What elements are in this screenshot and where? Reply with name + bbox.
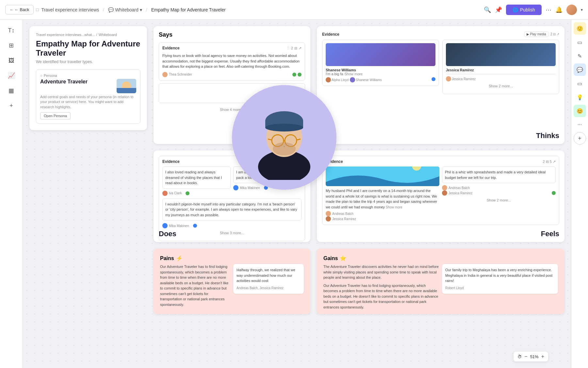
feels-col-2: Phil is a whiz with spreadsheets and mad… bbox=[442, 166, 556, 221]
pin-button[interactable]: 📌 bbox=[495, 6, 502, 13]
persona-illustration bbox=[238, 92, 330, 183]
canvas-content: Travel experience interviews...what... /… bbox=[23, 20, 571, 368]
svg-point-15 bbox=[284, 146, 285, 147]
tool-text[interactable]: T↕ bbox=[5, 24, 18, 37]
persona-name: Adventure Traveler bbox=[40, 79, 88, 85]
play-icon: ▶ bbox=[527, 32, 529, 36]
pains-emoji: ⚡ bbox=[176, 255, 183, 261]
dot-feels-green bbox=[552, 191, 556, 195]
feels-avatar-2a bbox=[442, 185, 447, 190]
feels-two-col: My husband Phil and I are currently on a… bbox=[326, 166, 556, 221]
feels-show-more-2[interactable]: Show 2 more... bbox=[442, 196, 556, 205]
left-info-panel: Travel experience interviews...what... /… bbox=[29, 26, 147, 130]
thinks-avatar-3 bbox=[446, 76, 451, 81]
user-avatar[interactable] bbox=[566, 5, 577, 15]
account-dropdown[interactable]: ▾ bbox=[581, 8, 583, 12]
tool-add[interactable]: + bbox=[5, 99, 18, 113]
persona-icon: ○ bbox=[40, 74, 42, 78]
breadcrumb-board: Whiteboard bbox=[99, 33, 117, 37]
says-evidence-title: Evidence bbox=[162, 46, 180, 50]
thinks-avatar-1 bbox=[326, 77, 331, 82]
thinks-text-1: I'm a big fa bbox=[326, 72, 343, 76]
notifications-button[interactable]: 🔔 bbox=[555, 6, 563, 13]
count-badge: 2 bbox=[291, 46, 293, 50]
back-button[interactable]: ← ← Back bbox=[5, 5, 34, 14]
feels-user-2b: Jessica Ramirez bbox=[449, 191, 472, 195]
thinks-user-3b: Jessica Ramirez bbox=[452, 77, 476, 81]
more-options-button[interactable]: ⋯ bbox=[546, 6, 551, 13]
globe-icon: 🌐 bbox=[513, 7, 518, 12]
dot-blue-thinks bbox=[432, 77, 435, 81]
thinks-section: Evidence ▶ Play media 2 ⊟ ↗ bbox=[317, 26, 564, 144]
tool-table[interactable]: ⊞ bbox=[5, 39, 18, 52]
right-tool-add[interactable]: + bbox=[574, 132, 586, 145]
chevron-down-icon: ▾ bbox=[140, 7, 142, 12]
does-user1-name: Iva Clark bbox=[169, 191, 182, 195]
right-tool-comment[interactable]: 💬 bbox=[574, 63, 586, 76]
play-media-button[interactable]: ▶ Play media bbox=[524, 31, 548, 37]
thinks-card-1: ▶ Shanese Williams I'm a big fa Show mor… bbox=[322, 40, 439, 86]
persona-label: ○ Persona bbox=[40, 74, 136, 78]
right-tool-edit[interactable]: ✎ bbox=[574, 50, 586, 62]
thinks-show-more-1[interactable]: Show more bbox=[344, 72, 363, 76]
feels-users-4: Jessica Ramirez bbox=[442, 190, 556, 196]
svg-point-12 bbox=[273, 142, 296, 155]
thinks-col-1: ▶ Shanese Williams I'm a big fa Show mor… bbox=[322, 40, 439, 97]
feels-users-2: Jessica Ramirez bbox=[326, 216, 439, 221]
right-tool-more[interactable]: ··· bbox=[574, 118, 586, 131]
does-show-more[interactable]: Show 3 more... bbox=[162, 228, 302, 237]
pains-quote-card: Halfway through, we realized that we way… bbox=[233, 264, 304, 294]
breadcrumb-project: Travel experience interviews...what... bbox=[36, 33, 95, 37]
search-button[interactable]: 🔍 bbox=[484, 6, 491, 13]
right-tools-sidebar: 🙂 ▭ ✎ 💬 ▭ 💡 😊 ··· + bbox=[571, 20, 588, 368]
gains-content: The Adventure Traveler discovers activit… bbox=[323, 264, 558, 312]
right-tool-person[interactable]: 😊 bbox=[574, 105, 586, 117]
canvas-area[interactable]: Travel experience interviews...what... /… bbox=[23, 20, 571, 368]
page-title: Empathy Map for Adventure Traveler bbox=[36, 39, 140, 58]
persona-circle bbox=[232, 85, 336, 190]
thinks-card-2: ▶ Jessica Ramirez Jessica Ramirez Show 2… bbox=[442, 40, 559, 94]
does-quadrant-label: Does bbox=[159, 230, 176, 238]
open-persona-button[interactable]: Open Persona bbox=[40, 112, 71, 119]
thinks-user-2b: Shanese Williams bbox=[356, 78, 382, 82]
chart-icon: 📈 bbox=[8, 72, 15, 79]
zoom-timer-icon: ⏱ bbox=[517, 354, 522, 359]
feels-count: 2 ⊟ 5 ↗ bbox=[543, 160, 556, 164]
right-tool-idea[interactable]: 💡 bbox=[574, 91, 586, 103]
publish-button[interactable]: 🌐 Publish bbox=[506, 5, 542, 15]
back-arrow-icon: ← bbox=[9, 7, 14, 12]
says-evidence-header: Evidence ⋮ 2 ⊟ ↗ bbox=[162, 46, 302, 50]
add-icon: + bbox=[9, 102, 13, 109]
page-subtitle: We identified four traveller types. bbox=[36, 60, 140, 64]
gains-header: Gains ⭐ bbox=[323, 255, 558, 261]
feels-show-more-1[interactable]: Show more bbox=[386, 205, 402, 209]
nav-whiteboard-link[interactable]: 💬 Whiteboard ▾ bbox=[108, 7, 142, 12]
right-tool-emoji[interactable]: 🙂 bbox=[574, 22, 586, 35]
zoom-out-button[interactable]: − bbox=[524, 354, 527, 359]
thinks-video-2: ▶ bbox=[446, 43, 556, 66]
feels-users-1: Andreas Balch bbox=[326, 211, 439, 216]
gains-col-1: The Adventure Traveler discovers activit… bbox=[323, 264, 439, 312]
zoom-in-button[interactable]: + bbox=[541, 354, 544, 359]
open-persona-label: Open Persona bbox=[44, 114, 67, 118]
right-tool-frame[interactable]: ▭ bbox=[574, 77, 586, 90]
thinks-col-2: ▶ Jessica Ramirez Jessica Ramirez Show 2… bbox=[442, 40, 559, 97]
says-evidence-card: Evidence ⋮ 2 ⊟ ↗ Flying tours or book wi… bbox=[159, 42, 305, 81]
image-icon: 🖼 bbox=[8, 57, 14, 64]
tool-bar[interactable]: ▦ bbox=[5, 84, 18, 97]
thinks-user-2a: Alpha Lloyd bbox=[332, 78, 349, 82]
right-tool-sticky[interactable]: ▭ bbox=[574, 36, 586, 48]
left-tools-sidebar: T↕ ⊞ 🖼 📈 ▦ + bbox=[0, 20, 23, 368]
zoom-controls: ⏱ − 51% + bbox=[514, 352, 548, 361]
svg-rect-1 bbox=[117, 88, 136, 93]
table-icon: ⊞ bbox=[9, 42, 14, 49]
feels-section: Evidence 2 ⊟ 5 ↗ bbox=[317, 150, 564, 242]
thinks-show-more-2[interactable]: Show 2 more... bbox=[446, 81, 556, 91]
nav-project-link[interactable]: Travel experience interviews bbox=[41, 7, 99, 12]
gains-body-1: The Adventure Traveler discovers activit… bbox=[323, 264, 439, 280]
does-user-3: Mika Makinen bbox=[162, 223, 302, 228]
tool-image[interactable]: 🖼 bbox=[5, 54, 18, 67]
zoom-value: 51% bbox=[530, 354, 539, 359]
pains-col-1: Our Adventure Traveler has to find lodgi… bbox=[160, 264, 231, 310]
tool-chart[interactable]: 📈 bbox=[5, 69, 18, 82]
